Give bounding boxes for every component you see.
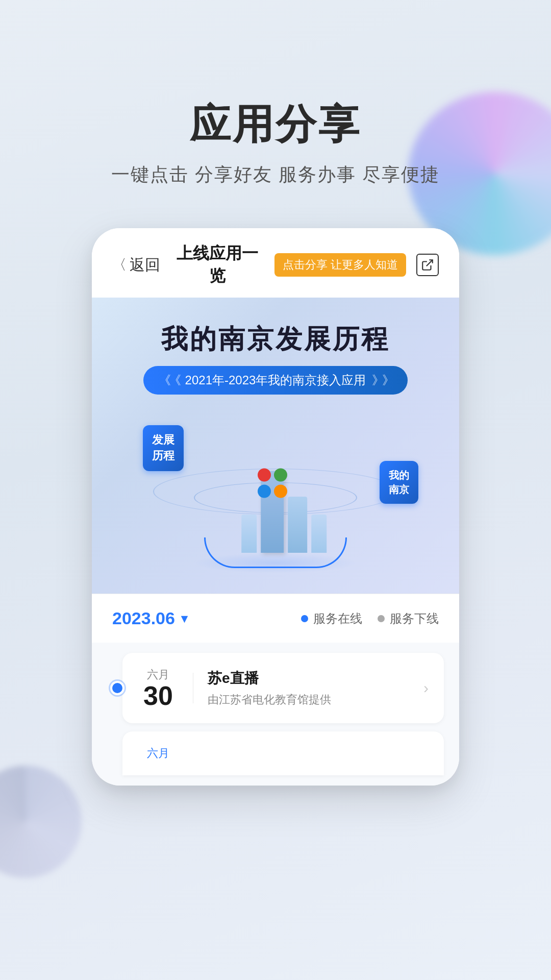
phone-container: 〈 返回 上线应用一览 点击分享 让更多人知道 我的南京发展历程 《《 2021… <box>0 228 551 786</box>
petal-red <box>258 469 271 482</box>
back-label: 返回 <box>130 255 160 276</box>
building-short <box>241 514 257 553</box>
list-chevron-1: › <box>423 679 429 697</box>
float-label-right: 我的南京 <box>380 461 418 504</box>
badge-arrows-right: 》》 <box>372 372 392 388</box>
list-item-sub-1: 由江苏省电化教育馆提供 <box>208 692 409 707</box>
float-label-right-text: 我的南京 <box>389 470 409 495</box>
badge-text: 2021年-2023年我的南京接入应用 <box>185 372 366 388</box>
petal-green <box>274 469 287 482</box>
header-section: 应用分享 一键点击 分享好友 服务办事 尽享便捷 <box>0 0 551 187</box>
progress-dot <box>110 681 124 695</box>
hero-subtitle-badge: 《《 2021年-2023年我的南京接入应用 》》 <box>143 366 408 395</box>
phone-top-bar: 〈 返回 上线应用一览 点击分享 让更多人知道 <box>92 228 459 298</box>
reflection-base <box>194 553 357 573</box>
building-mid <box>288 497 307 553</box>
list-card-1[interactable]: 六月 30 苏e直播 由江苏省电化教育馆提供 › <box>122 653 444 723</box>
date-block-2: 六月 <box>138 746 179 761</box>
back-chevron-icon: 〈 <box>112 255 127 275</box>
float-label-left: 发展历程 <box>143 425 184 471</box>
list-content-1: 苏e直播 由江苏省电化教育馆提供 <box>208 669 409 707</box>
date-selector[interactable]: 2023.06 ▾ <box>112 608 187 628</box>
badge-arrows-left: 《《 <box>159 372 179 388</box>
date-value: 2023.06 <box>112 608 175 628</box>
hero-title: 我的南京发展历程 <box>161 323 390 355</box>
legend-online-label: 服务在线 <box>313 610 362 627</box>
legend-online: 服务在线 <box>301 610 362 627</box>
date-block-1: 六月 30 <box>138 667 179 709</box>
petal-orange <box>274 485 287 498</box>
divider-1 <box>193 673 193 703</box>
share-badge[interactable]: 点击分享 让更多人知道 <box>274 253 406 277</box>
building-short2 <box>311 514 327 553</box>
logo-petals <box>258 469 288 499</box>
hero-scene: 发展历程 我的南京 <box>112 410 439 573</box>
legend-dot-online <box>301 615 308 622</box>
month-label-2: 六月 <box>138 746 179 761</box>
legend-offline-label: 服务下线 <box>390 610 439 627</box>
list-item-wrapper-2: 六月 <box>107 731 444 775</box>
dropdown-arrow-icon: ▾ <box>181 611 187 626</box>
list-item-title-1: 苏e直播 <box>208 669 409 688</box>
phone-mockup: 〈 返回 上线应用一览 点击分享 让更多人知道 我的南京发展历程 《《 2021… <box>92 228 459 786</box>
list-section: 六月 30 苏e直播 由江苏省电化教育馆提供 › 六月 <box>92 643 459 786</box>
legend-dot-offline <box>378 615 385 622</box>
hero-banner: 我的南京发展历程 《《 2021年-2023年我的南京接入应用 》》 <box>92 298 459 594</box>
main-title: 应用分享 <box>0 102 551 147</box>
float-label-left-text: 发展历程 <box>152 433 174 462</box>
subtitle: 一键点击 分享好友 服务办事 尽享便捷 <box>0 162 551 187</box>
stats-section: 2023.06 ▾ 服务在线 服务下线 <box>92 594 459 643</box>
share-icon[interactable] <box>416 254 439 276</box>
petal-blue <box>258 485 271 498</box>
center-logo <box>258 469 293 504</box>
day-number-1: 30 <box>138 682 179 709</box>
list-item-wrapper: 六月 30 苏e直播 由江苏省电化教育馆提供 › <box>107 653 444 723</box>
list-card-2-partial[interactable]: 六月 <box>122 731 444 775</box>
month-label-1: 六月 <box>138 667 179 682</box>
legend-offline: 服务下线 <box>378 610 439 627</box>
back-button[interactable]: 〈 返回 <box>112 255 160 276</box>
legend: 服务在线 服务下线 <box>301 610 439 627</box>
page-title: 上线应用一览 <box>170 242 264 287</box>
svg-line-0 <box>427 260 433 266</box>
